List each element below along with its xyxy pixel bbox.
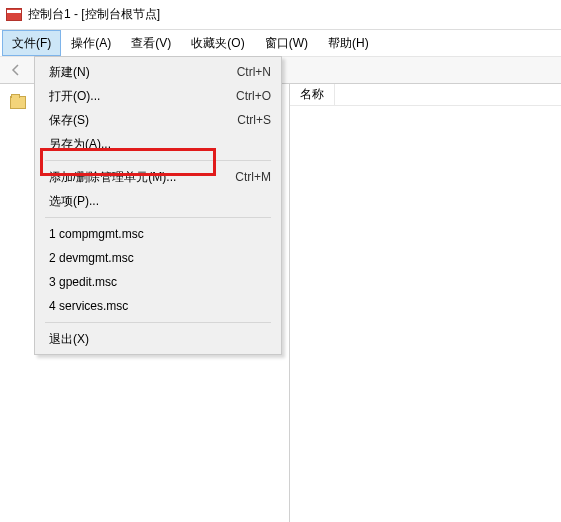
menu-window[interactable]: 窗口(W) bbox=[255, 30, 318, 56]
menu-separator bbox=[45, 322, 271, 323]
menu-item-recent-4[interactable]: 4 services.msc bbox=[37, 294, 279, 318]
menu-separator bbox=[45, 217, 271, 218]
menu-item-recent-2[interactable]: 2 devmgmt.msc bbox=[37, 246, 279, 270]
menu-item-add-remove-snapin[interactable]: 添加/删除管理单元(M)...Ctrl+M bbox=[37, 165, 279, 189]
window-title: 控制台1 - [控制台根节点] bbox=[28, 6, 160, 23]
folder-icon bbox=[10, 96, 26, 109]
menu-item-open[interactable]: 打开(O)...Ctrl+O bbox=[37, 84, 279, 108]
menu-item-recent-3[interactable]: 3 gpedit.msc bbox=[37, 270, 279, 294]
menu-view[interactable]: 查看(V) bbox=[121, 30, 181, 56]
arrow-left-icon bbox=[9, 63, 23, 77]
back-button[interactable] bbox=[4, 59, 28, 81]
menu-separator bbox=[45, 160, 271, 161]
menu-item-save[interactable]: 保存(S)Ctrl+S bbox=[37, 108, 279, 132]
menu-item-recent-1[interactable]: 1 compmgmt.msc bbox=[37, 222, 279, 246]
titlebar: 控制台1 - [控制台根节点] bbox=[0, 0, 561, 30]
column-header-name[interactable]: 名称 bbox=[290, 84, 335, 105]
list-header: 名称 bbox=[290, 84, 561, 106]
menu-favorites[interactable]: 收藏夹(O) bbox=[181, 30, 254, 56]
file-menu-dropdown: 新建(N)Ctrl+N 打开(O)...Ctrl+O 保存(S)Ctrl+S 另… bbox=[34, 56, 282, 355]
menu-help[interactable]: 帮助(H) bbox=[318, 30, 379, 56]
app-icon bbox=[6, 8, 22, 21]
menu-action[interactable]: 操作(A) bbox=[61, 30, 121, 56]
menu-file[interactable]: 文件(F) bbox=[2, 30, 61, 56]
menu-item-save-as[interactable]: 另存为(A)... bbox=[37, 132, 279, 156]
menu-item-new[interactable]: 新建(N)Ctrl+N bbox=[37, 60, 279, 84]
menu-item-options[interactable]: 选项(P)... bbox=[37, 189, 279, 213]
menubar: 文件(F) 操作(A) 查看(V) 收藏夹(O) 窗口(W) 帮助(H) bbox=[0, 30, 561, 56]
menu-item-exit[interactable]: 退出(X) bbox=[37, 327, 279, 351]
list-pane[interactable]: 名称 bbox=[290, 84, 561, 522]
